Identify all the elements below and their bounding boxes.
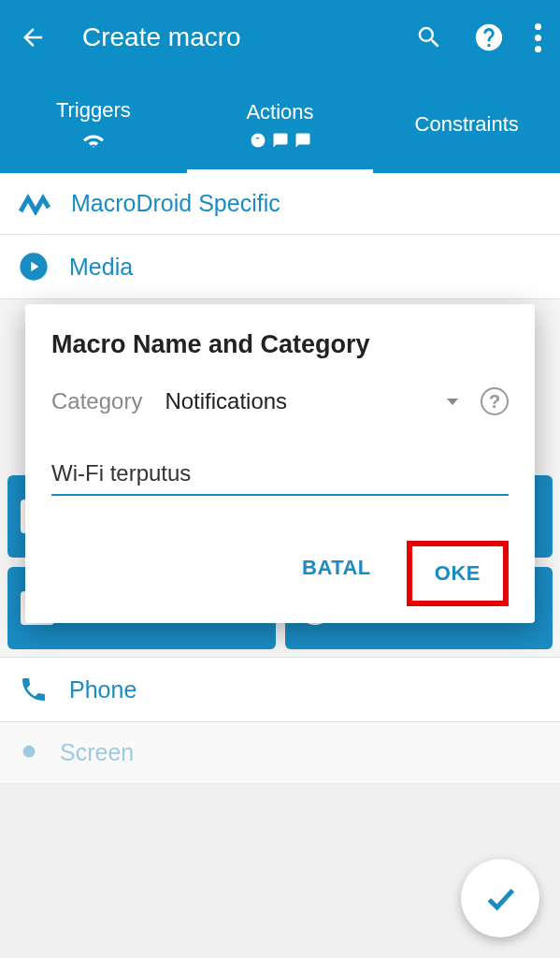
category-media[interactable]: Media [0,235,560,299]
category-screen[interactable]: Screen [0,722,560,784]
overflow-menu-icon[interactable] [535,23,541,52]
help-icon[interactable] [473,22,505,53]
tab-label: Triggers [56,98,131,123]
confirm-fab[interactable] [461,859,539,937]
page-title: Create macro [82,22,415,52]
chevron-down-icon [447,399,458,405]
category-label: Phone [69,676,136,704]
category-label: MacroDroid Specific [71,190,280,217]
help-category-icon[interactable]: ? [481,387,509,415]
category-phone[interactable]: Phone [0,657,560,722]
check-icon [481,879,519,917]
play-circle-icon [19,252,49,282]
category-label: Media [69,254,133,281]
search-icon[interactable] [415,23,443,51]
tab-constraints[interactable]: Constraints [373,75,560,173]
category-label: Screen [60,739,134,766]
back-icon[interactable] [19,23,47,51]
phone-icon [19,675,49,704]
tab-triggers[interactable]: Triggers [0,75,187,173]
zigzag-icon [19,193,50,215]
svg-point-0 [251,133,265,147]
category-selected-value: Notifications [165,388,287,414]
category-dropdown[interactable]: Notifications [165,388,458,414]
svg-point-4 [23,745,36,757]
tab-label: Constraints [415,112,519,137]
wifi-icon [83,130,104,151]
tab-actions[interactable]: Actions [187,75,374,173]
macro-name-dialog: Macro Name and Category Category Notific… [25,304,535,623]
cancel-button[interactable]: BATAL [280,541,394,606]
category-macrodroid[interactable]: MacroDroid Specific [0,173,560,235]
category-field-label: Category [51,388,142,414]
tab-label: Actions [246,100,313,124]
bulb-icon [19,740,39,766]
tab-icons [250,132,311,149]
macro-name-input[interactable] [51,453,509,496]
ok-button[interactable]: OKE [407,541,509,606]
dialog-title: Macro Name and Category [51,330,509,359]
